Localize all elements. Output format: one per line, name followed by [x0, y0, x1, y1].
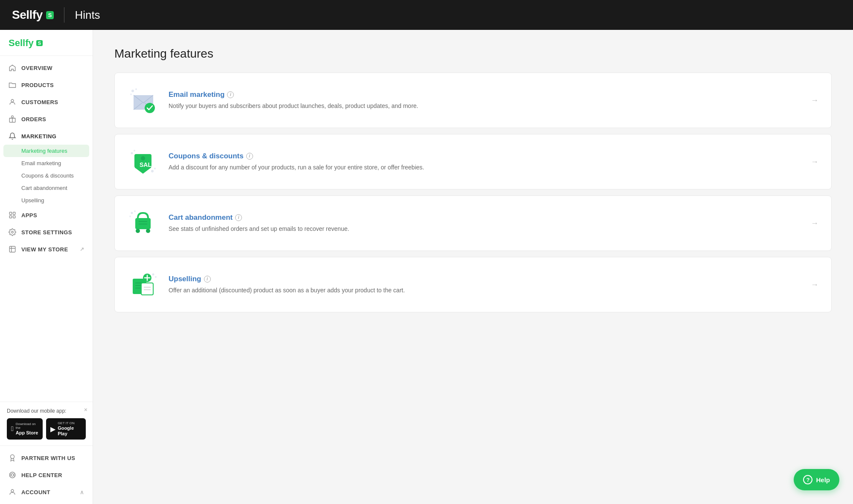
help-question-icon: ? [803, 475, 812, 484]
help-button-label: Help [816, 476, 830, 484]
svg-point-17 [135, 88, 137, 90]
svg-point-33 [136, 229, 140, 233]
svg-point-15 [11, 489, 14, 492]
upselling-card[interactable]: Upselling i Offer an additional (discoun… [114, 257, 832, 312]
coupons-discounts-content: Coupons & discounts i Add a discount for… [169, 152, 801, 172]
sidebar-item-store-settings[interactable]: Store Settings [0, 224, 93, 241]
cart-abandonment-content: Cart abandonment i See stats of unfinish… [169, 213, 801, 233]
header-logo-badge: S [46, 11, 54, 19]
top-header: Sellfy S Hints [0, 0, 853, 30]
sidebar-label-products: Products [21, 82, 54, 88]
svg-rect-4 [9, 216, 12, 218]
header-logo: Sellfy S [12, 8, 54, 22]
sidebar-subnav-label-coupons-discounts: Coupons & discounts [21, 172, 74, 179]
upselling-arrow: → [811, 280, 818, 289]
svg-point-30 [134, 210, 136, 212]
svg-point-8 [11, 455, 15, 459]
sidebar-item-customers[interactable]: Customers [0, 93, 93, 111]
cart-abandonment-icon [128, 208, 158, 239]
cart-abandonment-card[interactable]: Cart abandonment i See stats of unfinish… [114, 195, 832, 251]
home-icon [9, 64, 16, 72]
mobile-app-close-button[interactable]: × [84, 406, 87, 413]
header-page-title: Hints [75, 9, 100, 22]
sidebar-label-overview: Overview [21, 65, 52, 71]
svg-point-10 [11, 474, 14, 476]
sidebar-item-partner-with-us[interactable]: Partner With Us [0, 449, 93, 466]
svg-rect-43 [141, 283, 153, 295]
coupons-discounts-desc: Add a discount for any number of your pr… [169, 163, 801, 172]
sidebar-logo: Sellfy S [0, 30, 93, 56]
help-button[interactable]: ? Help [794, 469, 839, 490]
award-icon [9, 454, 16, 462]
sidebar-item-overview[interactable]: Overview [0, 59, 93, 76]
email-illustration [128, 86, 157, 115]
sidebar-label-marketing: Marketing [21, 133, 56, 140]
coupons-discounts-card[interactable]: SALE Coupons & discounts i Add a discoun… [114, 134, 832, 189]
sidebar-label-orders: Orders [21, 116, 46, 122]
svg-point-16 [131, 90, 134, 92]
svg-point-23 [131, 152, 133, 154]
svg-point-9 [9, 472, 15, 478]
sidebar-item-orders[interactable]: Orders [0, 111, 93, 128]
svg-point-27 [151, 170, 154, 172]
google-play-icon: ▶ [50, 425, 55, 433]
svg-rect-3 [13, 212, 15, 214]
email-marketing-info-icon[interactable]: i [227, 91, 234, 98]
sidebar-item-cart-abandonment[interactable]: Cart abandonment [0, 182, 93, 194]
page-title: Marketing features [114, 47, 832, 61]
sidebar-label-customers: Customers [21, 99, 58, 105]
sidebar-item-view-my-store[interactable]: View My Store ↗ [0, 241, 93, 258]
coupons-discounts-arrow: → [811, 157, 818, 166]
svg-text:SALE: SALE [140, 161, 155, 168]
svg-point-6 [12, 231, 14, 233]
lifesaver-icon [9, 471, 16, 479]
sidebar-item-products[interactable]: Products [0, 76, 93, 93]
upselling-info-icon[interactable]: i [204, 276, 211, 283]
svg-point-38 [155, 276, 157, 278]
google-play-text: GET IT ON Google Play [58, 421, 82, 437]
sidebar-label-account: Account [21, 489, 50, 495]
svg-point-28 [154, 168, 156, 169]
sidebar-item-upselling[interactable]: Upselling [0, 194, 93, 207]
account-icon [9, 488, 16, 496]
store-icon [9, 245, 16, 253]
sidebar-item-help-center[interactable]: Help Center [0, 466, 93, 484]
sidebar-subnav-label-email-marketing: Email marketing [21, 160, 61, 166]
sidebar-label-partner-with-us: Partner With Us [21, 455, 75, 461]
mobile-app-title: Download our mobile app: [7, 408, 86, 414]
sidebar-item-marketing[interactable]: Marketing [0, 128, 93, 145]
svg-point-37 [152, 274, 154, 276]
svg-rect-7 [9, 246, 15, 252]
coupon-illustration: SALE [128, 147, 157, 176]
cart-abandonment-info-icon[interactable]: i [235, 214, 242, 221]
sidebar-item-coupons-discounts[interactable]: Coupons & discounts [0, 169, 93, 182]
google-play-badge[interactable]: ▶ GET IT ON Google Play [46, 418, 86, 440]
sidebar-subnav-label-upselling: Upselling [21, 197, 44, 204]
sidebar-logo-text: Sellfy [9, 38, 34, 49]
email-marketing-card[interactable]: Email marketing i Notify your buyers and… [114, 73, 832, 128]
sidebar-item-marketing-features[interactable]: Marketing features [3, 145, 89, 157]
account-chevron-icon: ∧ [80, 489, 84, 495]
store-badges:  Download on the App Store ▶ GET IT ON … [7, 418, 86, 440]
upselling-title: Upselling i [169, 275, 801, 283]
coupons-discounts-icon: SALE [128, 146, 158, 177]
email-marketing-desc: Notify your buyers and subscribers about… [169, 102, 801, 111]
coupons-discounts-info-icon[interactable]: i [246, 153, 253, 160]
content-area: Marketing features [93, 30, 853, 504]
sidebar-label-apps: Apps [21, 212, 37, 218]
sidebar-item-apps[interactable]: Apps [0, 207, 93, 224]
sidebar-bottom: Partner With Us Help Center Account ∧ [0, 446, 93, 504]
sidebar-item-email-marketing[interactable]: Email marketing [0, 157, 93, 169]
coupons-discounts-title: Coupons & discounts i [169, 152, 801, 160]
external-link-icon: ↗ [80, 246, 84, 252]
sidebar-item-account[interactable]: Account ∧ [0, 484, 93, 501]
email-marketing-icon [128, 85, 158, 116]
person-icon [9, 98, 16, 106]
svg-point-24 [134, 150, 135, 151]
app-store-badge[interactable]:  Download on the App Store [7, 418, 43, 440]
svg-point-0 [11, 99, 14, 102]
cart-abandonment-title: Cart abandonment i [169, 213, 801, 222]
sidebar: Sellfy S Overview Products [0, 30, 93, 504]
bell-icon [9, 132, 16, 140]
upsell-illustration [128, 270, 157, 299]
